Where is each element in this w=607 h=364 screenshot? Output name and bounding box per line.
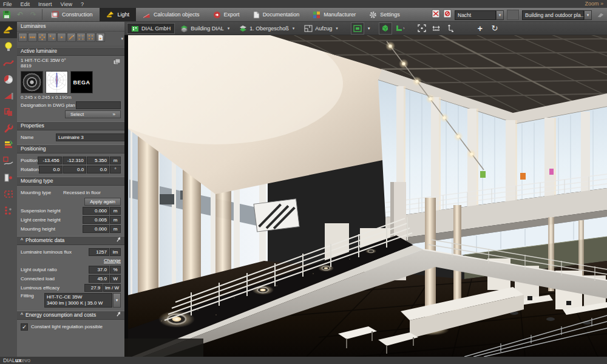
wrench-icon (4, 124, 13, 133)
copy-luminaire-icon[interactable] (113, 58, 121, 66)
change-flux-link[interactable]: Change (104, 258, 121, 263)
tab-documentation[interactable]: Documentation (246, 8, 307, 21)
light-scene-select[interactable]: Nacht ▾ (455, 10, 504, 20)
export-icon (213, 11, 221, 19)
tab-manufacturer[interactable]: Manufacturer (306, 8, 362, 21)
properties-header: Properties (17, 121, 124, 130)
mounting-type-label: Mounting type (21, 190, 63, 195)
polygon-arrangement-icon[interactable] (76, 33, 86, 42)
luminous-efficacy-value: 27.9 (84, 284, 103, 292)
zoom-fit-button[interactable] (415, 22, 429, 35)
position-x-input[interactable]: -13.456 (38, 157, 61, 164)
dwg-label: Designation in DWG plan (21, 103, 76, 108)
draw-arrangement-icon[interactable] (67, 33, 76, 42)
constant-light-checkbox[interactable]: ✓ (21, 323, 28, 331)
single-luminaire-icon[interactable] (57, 33, 66, 42)
apply-again-button[interactable]: Apply again (84, 198, 121, 206)
tool-light-scenes[interactable] (0, 55, 17, 71)
circle-arrangement-icon[interactable] (38, 33, 47, 42)
connected-load-input[interactable]: 45.0 (89, 275, 109, 283)
luminaire-photo[interactable] (21, 71, 43, 93)
tab-export[interactable]: Export (206, 8, 246, 21)
tool-group-arrangement[interactable] (0, 202, 17, 218)
tab-settings[interactable]: Settings (362, 8, 407, 21)
view-mode-dropdown[interactable]: ▾ (365, 22, 373, 35)
dimension-button[interactable] (444, 22, 458, 35)
tool-maintenance[interactable] (0, 120, 17, 136)
tool-copy-arrange[interactable] (0, 104, 17, 120)
light-centre-height-input[interactable]: 0.005 (83, 216, 109, 224)
measure-button[interactable] (430, 22, 443, 35)
energy-header[interactable]: ^ Energy consumption and costs (17, 311, 124, 320)
position-y-input[interactable]: -12.310 (63, 157, 86, 164)
view-mode-button[interactable] (351, 22, 364, 35)
position-z-input[interactable]: 5.350 (87, 157, 109, 164)
chevron-down-icon[interactable]: ▾ (113, 293, 121, 308)
rotation-z-input[interactable]: 0.0 (87, 166, 109, 174)
render-3d-view[interactable] (124, 35, 607, 357)
luminaire-icon (3, 25, 14, 35)
menu-insert[interactable]: Insert (38, 1, 52, 7)
building-select[interactable]: Building DIAL▾ (176, 23, 234, 34)
name-input[interactable] (56, 133, 124, 141)
mounting-height-input[interactable]: 0.000 (83, 225, 109, 233)
unit-label: m (110, 207, 121, 215)
menu-view[interactable]: View (61, 1, 72, 7)
tool-scene-curve[interactable] (0, 153, 17, 169)
import-file-icon[interactable] (96, 33, 105, 42)
eraser-icon[interactable] (595, 10, 605, 21)
tab-calculation-objects[interactable]: Calculation objects (136, 8, 206, 21)
manufacturer-logo[interactable]: BEGA (70, 71, 93, 93)
view-plan-button[interactable]: › (393, 22, 407, 35)
tool-colour[interactable] (0, 71, 17, 87)
storey-select[interactable]: 1. Obergeschoß▾ (235, 23, 299, 34)
pin-icon[interactable] (117, 237, 121, 244)
toolbar-overflow-icon[interactable]: ▾ (121, 36, 123, 41)
tool-luminaires[interactable] (0, 22, 17, 38)
tool-luminaire-placement[interactable] (0, 169, 17, 186)
menu-help[interactable]: ? (81, 1, 84, 7)
pin-icon[interactable] (117, 311, 121, 319)
select-button[interactable]: Select » (65, 110, 121, 118)
field-arrangement-icon[interactable] (47, 33, 56, 42)
orbit-button[interactable]: ↻ (488, 22, 501, 35)
space-select[interactable]: Aufzug▾ (300, 23, 342, 34)
photometric-data-header[interactable]: ^ Photometric data (17, 236, 124, 245)
menu-edit[interactable]: Edit (21, 1, 30, 7)
tab-light[interactable]: Light (100, 8, 137, 21)
luminaire-dimensions: 0.245 x 0.245 x 0.190m (21, 95, 121, 100)
rotation-y-input[interactable]: 0.0 (63, 166, 87, 174)
unit-label: m (110, 216, 121, 224)
hide-calculation-icon[interactable] (432, 9, 440, 21)
fitting-select[interactable]: HIT-TC-CE 35W 3400 lm | 3000 K | 35.0 W (44, 293, 112, 308)
chevron-down-icon: ▾ (584, 10, 592, 20)
planning-mode-select[interactable]: Building and outdoor pla.. ▾ (522, 10, 592, 20)
tool-frame-selection[interactable] (0, 186, 17, 202)
pair-arrangement-icon[interactable] (18, 33, 27, 42)
suspension-height-input[interactable]: 0.000 (83, 207, 109, 215)
area-arrangement-icon[interactable] (86, 33, 95, 42)
dwg-input[interactable] (76, 101, 121, 109)
scene-options-button[interactable] (507, 10, 519, 20)
pan-button[interactable]: + (473, 22, 487, 35)
cone-icon (3, 92, 14, 100)
menu-file[interactable]: File (3, 1, 12, 7)
tool-lamps[interactable] (0, 38, 17, 55)
zoom-menu[interactable]: Zoom » (585, 1, 603, 7)
foreground-shadow (124, 339, 203, 357)
view-3d-button[interactable] (379, 22, 392, 35)
rotation-x-input[interactable]: 0.0 (39, 166, 63, 174)
cancel-calculation-icon[interactable] (443, 9, 452, 21)
row-arrangement-icon[interactable] (28, 33, 37, 42)
save-icon[interactable] (0, 8, 13, 21)
luminous-flux-input[interactable]: 1257 (89, 248, 109, 256)
manufacturer-icon (313, 11, 320, 19)
site-button[interactable]: DIAL GmbH (127, 23, 175, 34)
tab-construction[interactable]: Construction (44, 8, 100, 21)
light-output-ratio-input[interactable]: 37.0 (89, 266, 109, 274)
active-luminaire-block: 1 HIT-TC-CE 35W 0° 8819 BEGA 0.245 x 0.2… (17, 56, 124, 121)
group-dots-icon (4, 206, 13, 215)
tool-energy[interactable] (0, 136, 17, 153)
light-distribution-diagram[interactable] (46, 71, 68, 93)
tool-light-distribution[interactable] (0, 87, 17, 104)
